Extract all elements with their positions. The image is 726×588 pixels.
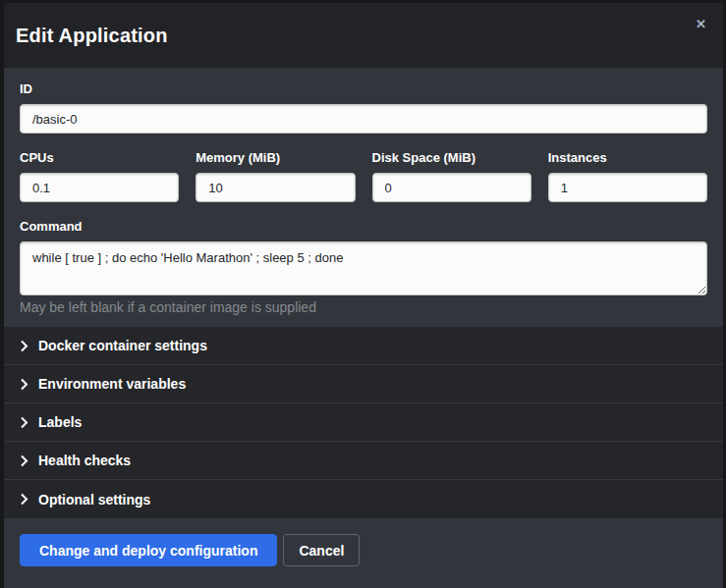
field-command: Command while [ true ] ; do echo 'Hello … [20,219,707,315]
section-label: Optional settings [38,492,150,508]
section-environment-variables[interactable]: Environment variables [4,365,723,403]
disk-label: Disk Space (MiB) [372,150,531,166]
chevron-right-icon [20,493,28,506]
section-docker-container-settings[interactable]: Docker container settings [4,327,723,365]
page-backdrop: Edit Application ✕ ID CPUs Memory (MiB) … [0,0,726,588]
chevron-right-icon [20,454,28,467]
section-optional-settings[interactable]: Optional settings [4,480,723,518]
instances-label: Instances [548,150,707,166]
instances-input[interactable] [548,173,707,202]
section-label: Health checks [38,453,131,468]
memory-input[interactable] [195,173,355,202]
section-label: Environment variables [38,376,186,392]
cancel-button[interactable]: Cancel [283,534,360,566]
field-disk: Disk Space (MiB) [372,150,531,202]
resources-row: CPUs Memory (MiB) Disk Space (MiB) Insta… [20,150,707,202]
id-input[interactable] [20,104,707,134]
cpus-input[interactable] [20,173,179,202]
edit-application-form: ID CPUs Memory (MiB) Disk Space (MiB) In [4,68,723,327]
disk-input[interactable] [372,173,531,202]
command-label: Command [20,219,707,235]
field-cpus: CPUs [20,150,179,202]
section-label: Labels [38,414,82,430]
collapsible-sections: Docker container settings Environment va… [4,327,723,518]
edit-application-modal: Edit Application ✕ ID CPUs Memory (MiB) … [4,3,723,588]
field-instances: Instances [548,150,707,202]
command-input[interactable]: while [ true ] ; do echo 'Hello Marathon… [20,241,707,295]
section-labels[interactable]: Labels [4,403,723,442]
chevron-right-icon [20,378,28,391]
chevron-right-icon [20,416,28,429]
change-and-deploy-button[interactable]: Change and deploy configuration [20,534,277,566]
modal-header: Edit Application [4,3,723,68]
section-label: Docker container settings [38,338,207,353]
section-health-checks[interactable]: Health checks [4,442,723,480]
id-label: ID [20,81,707,97]
cpus-label: CPUs [20,150,179,166]
chevron-right-icon [20,340,28,352]
field-id: ID [20,81,707,134]
memory-label: Memory (MiB) [195,150,355,166]
command-help-text: May be left blank if a container image i… [20,299,707,315]
field-memory: Memory (MiB) [195,150,355,202]
modal-title: Edit Application [16,25,168,47]
close-icon[interactable]: ✕ [692,16,710,32]
modal-footer: Change and deploy configuration Cancel [4,518,723,588]
